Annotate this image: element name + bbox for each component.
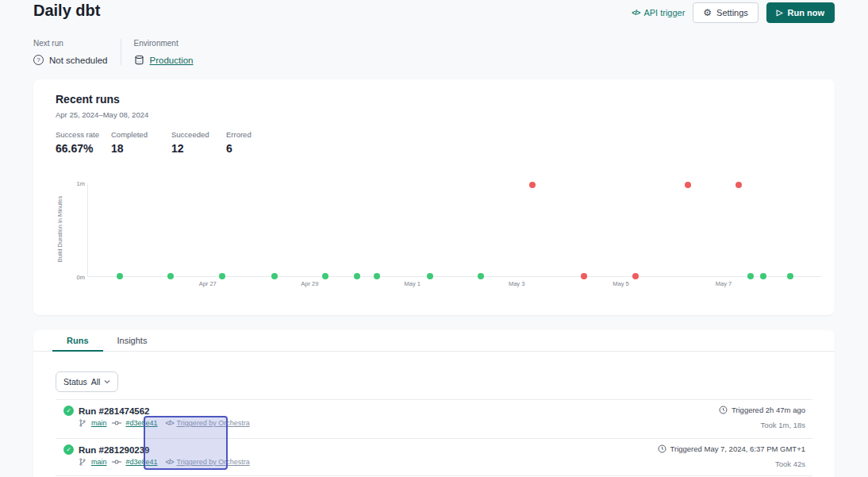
clock-icon xyxy=(719,406,728,414)
code-icon: </> xyxy=(632,9,639,17)
api-trigger-label: API trigger xyxy=(643,8,685,17)
play-icon: ▷ xyxy=(777,9,783,17)
x-tick-label: May 7 xyxy=(716,280,732,287)
data-point xyxy=(685,182,691,188)
tab-insights[interactable]: Insights xyxy=(103,330,162,352)
data-point xyxy=(117,273,123,279)
data-point xyxy=(219,273,225,279)
data-point xyxy=(427,273,433,279)
gear-icon: ⚙ xyxy=(703,8,712,17)
check-circle-icon: ✓ xyxy=(63,406,74,416)
data-point xyxy=(760,273,766,279)
date-range: Apr 25, 2024–May 08, 2024 xyxy=(56,110,148,119)
stat-completed: Completed 18 xyxy=(111,130,148,155)
y-tick-1m: 1m xyxy=(66,180,85,187)
x-tick-label: May 1 xyxy=(405,280,421,287)
stat-value: 18 xyxy=(111,142,148,155)
stat-value: 66.67% xyxy=(56,142,99,155)
x-tick-label: May 3 xyxy=(509,280,524,287)
tab-runs[interactable]: Runs xyxy=(52,330,103,352)
data-point xyxy=(374,273,380,279)
stat-value: 6 xyxy=(226,142,252,155)
run-name[interactable]: Run #281474562 xyxy=(79,406,150,416)
data-point xyxy=(529,182,536,188)
data-point xyxy=(581,273,587,279)
chart-x-ticks: Apr 27Apr 29May 1May 3May 5May 7 xyxy=(87,280,821,290)
chart-plot xyxy=(87,183,821,277)
data-point xyxy=(747,273,754,279)
next-run-label: Next run xyxy=(33,39,108,48)
chevron-down-icon xyxy=(104,379,110,385)
check-circle-icon: ✓ xyxy=(63,444,74,455)
stat-label: Errored xyxy=(226,130,252,139)
data-point xyxy=(478,273,484,279)
run-now-label: Run now xyxy=(788,8,824,17)
branch-link[interactable]: main xyxy=(91,458,107,466)
job-meta: Next run ? Not scheduled Environment Pro… xyxy=(33,39,194,65)
environment-section: Environment Production xyxy=(134,39,194,65)
y-tick-0m: 0m xyxy=(66,274,85,281)
help-icon: ? xyxy=(33,55,44,65)
git-branch-icon xyxy=(79,458,86,466)
git-commit-icon xyxy=(112,458,121,466)
stat-label: Completed xyxy=(111,130,148,139)
data-point xyxy=(167,273,174,279)
stat-succeeded: Succeeded 12 xyxy=(171,130,209,155)
y-axis-label: Build Duration in Minutes xyxy=(56,186,63,273)
branch-link[interactable]: main xyxy=(91,419,107,427)
data-point xyxy=(735,182,742,188)
triggered-text: Triggered 2h 47m ago xyxy=(732,406,805,414)
page-title: Daily dbt xyxy=(33,2,100,20)
status-filter-dropdown[interactable]: Status All xyxy=(56,371,118,392)
data-point xyxy=(632,273,639,279)
meta-divider xyxy=(121,39,121,65)
took-text: Took 42s xyxy=(658,460,805,468)
database-icon xyxy=(134,55,144,65)
data-point xyxy=(354,273,360,279)
header-actions: </> API trigger ⚙ Settings ▷ Run now xyxy=(632,2,835,23)
x-tick-label: May 5 xyxy=(613,280,628,287)
clock-icon xyxy=(658,444,666,453)
api-trigger-link[interactable]: </> API trigger xyxy=(632,8,685,17)
settings-label: Settings xyxy=(716,8,748,17)
stat-success-rate: Success rate 66.67% xyxy=(56,130,99,155)
data-point xyxy=(787,273,793,279)
stat-value: 12 xyxy=(171,142,209,155)
run-now-button[interactable]: ▷ Run now xyxy=(766,2,835,23)
stat-label: Success rate xyxy=(56,130,99,139)
status-filter-value: All xyxy=(91,377,101,387)
git-branch-icon xyxy=(79,419,86,427)
x-tick-label: Apr 29 xyxy=(301,280,318,287)
environment-label: Environment xyxy=(134,39,194,48)
settings-button[interactable]: ⚙ Settings xyxy=(693,2,759,23)
recent-runs-card: Recent runs Apr 25, 2024–May 08, 2024 Su… xyxy=(33,79,835,315)
run-name[interactable]: Run #281290239 xyxy=(79,445,150,455)
git-commit-icon xyxy=(112,419,121,427)
stat-label: Succeeded xyxy=(171,130,209,139)
stat-errored: Errored 6 xyxy=(226,130,252,155)
environment-link[interactable]: Production xyxy=(150,56,194,65)
took-text: Took 1m, 18s xyxy=(719,421,805,429)
data-point xyxy=(322,273,328,279)
next-run-section: Next run ? Not scheduled xyxy=(33,39,108,65)
triggered-text: Triggered May 7, 2024, 6:37 PM GMT+1 xyxy=(670,444,805,453)
element-highlight-overlay xyxy=(144,416,228,470)
x-tick-label: Apr 27 xyxy=(199,280,217,287)
next-run-value: Not scheduled xyxy=(49,56,108,65)
recent-runs-title: Recent runs xyxy=(56,93,120,106)
status-filter-label: Status xyxy=(63,377,87,387)
tab-bar: Runs Insights xyxy=(33,330,835,352)
data-point xyxy=(271,273,278,279)
